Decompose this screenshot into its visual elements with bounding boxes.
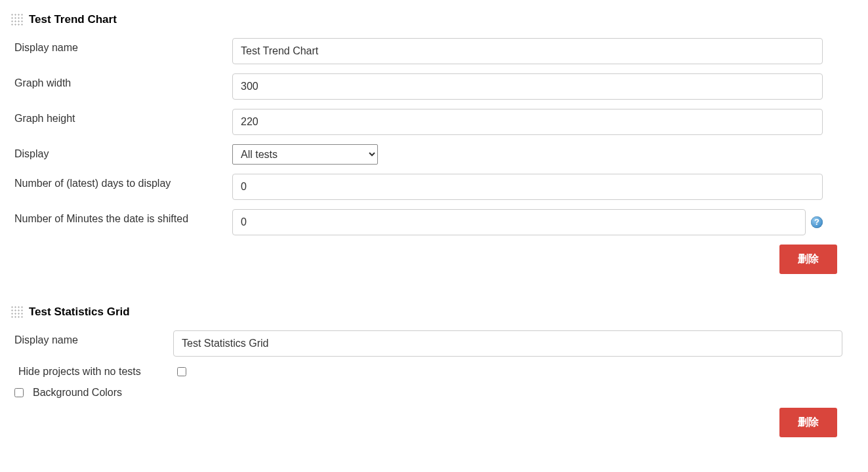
input-graph-width[interactable] (232, 73, 823, 100)
field-row-shift: Number of Minutes the date is shifted ? (10, 209, 858, 235)
label-display: Display (10, 144, 232, 160)
label-graph-width: Graph width (10, 73, 232, 89)
label-display-name: Display name (10, 38, 232, 54)
field-row-display-name: Display name (10, 38, 858, 64)
test-statistics-grid-section: Test Statistics Grid Display name Hide p… (10, 305, 858, 437)
label-display-name: Display name (10, 330, 173, 346)
field-row-display-name: Display name (10, 330, 858, 357)
input-display-name[interactable] (173, 330, 842, 357)
select-display[interactable]: All tests (232, 144, 378, 165)
drag-handle-icon[interactable] (10, 305, 24, 319)
label-background-colors: Background Colors (33, 387, 122, 399)
input-display-name[interactable] (232, 38, 823, 64)
field-row-background-colors: Background Colors (10, 387, 858, 399)
input-days[interactable] (232, 174, 823, 200)
help-icon[interactable]: ? (811, 216, 823, 228)
label-graph-height: Graph height (10, 109, 232, 125)
checkbox-hide-no-tests[interactable] (177, 367, 186, 376)
button-row: 删除 (10, 408, 837, 437)
delete-button[interactable]: 删除 (779, 408, 837, 437)
button-row: 删除 (10, 245, 837, 274)
section-title: Test Statistics Grid (29, 305, 130, 319)
field-row-days: Number of (latest) days to display (10, 174, 858, 200)
checkbox-background-colors[interactable] (14, 388, 24, 397)
field-row-hide-no-tests: Hide projects with no tests (10, 366, 858, 378)
section-title: Test Trend Chart (29, 13, 117, 26)
delete-button[interactable]: 删除 (779, 245, 837, 274)
field-row-graph-width: Graph width (10, 73, 858, 100)
input-graph-height[interactable] (232, 109, 823, 135)
label-hide-no-tests: Hide projects with no tests (14, 366, 177, 378)
field-row-graph-height: Graph height (10, 109, 858, 135)
label-shift: Number of Minutes the date is shifted (10, 209, 232, 225)
field-row-display: Display All tests (10, 144, 858, 165)
section-header: Test Statistics Grid (10, 305, 858, 319)
input-shift[interactable] (232, 209, 806, 235)
section-header: Test Trend Chart (10, 13, 858, 26)
label-days: Number of (latest) days to display (10, 174, 232, 189)
test-trend-chart-section: Test Trend Chart Display name Graph widt… (10, 13, 858, 274)
drag-handle-icon[interactable] (10, 13, 24, 26)
